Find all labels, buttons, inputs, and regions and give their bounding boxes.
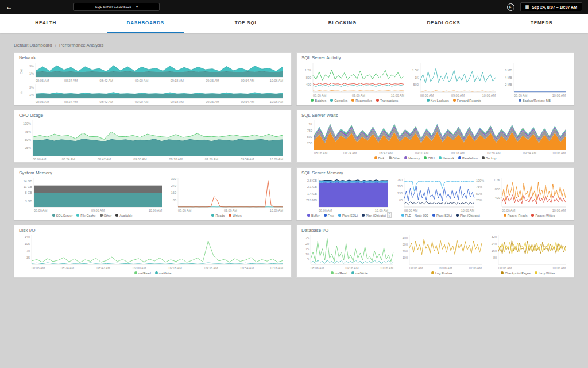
legend-item[interactable]: ms/Write [155, 271, 172, 275]
legend-dot-icon [324, 214, 327, 217]
legend-item[interactable]: ms/Read [331, 271, 347, 275]
chart-system-memory-bands[interactable]: 14 GB11 GB8 GB3 GB08:06 AM09:06 AM10:06 … [19, 176, 165, 212]
svg-text:08:24 AM: 08:24 AM [343, 151, 357, 155]
legend-item[interactable]: Writes [229, 214, 241, 217]
legend-item[interactable]: Pages: Writes [531, 214, 555, 217]
legend-item[interactable]: Plan (SQL) [432, 214, 452, 217]
legend-dot-icon [307, 214, 310, 217]
tab-tempdb[interactable]: TEMPDB [511, 14, 572, 33]
legend-item[interactable]: Transactions [376, 99, 398, 102]
chart-log-flushes[interactable]: 40030020010008:06 AM09:06 AM10:06 AM [398, 233, 485, 270]
svg-text:09:36 AM: 09:36 AM [206, 100, 219, 103]
server-selector-dropdown[interactable]: SQL Server 12.00.5223 ▾ [74, 3, 160, 11]
svg-text:100%: 100% [476, 179, 484, 182]
chart-canvas: 100%75%50%25%08:06 AM08:24 AM08:42 AM09:… [19, 118, 287, 161]
chart-network-out[interactable]: 3%1%08:06 AM08:24 AM08:42 AM09:00 AM09:1… [23, 61, 287, 82]
legend-item[interactable]: Plan (SQL) [338, 214, 358, 217]
legend-dot-icon [115, 214, 118, 217]
date-range-button[interactable]: ▦ Sep 24, 8:07 – 10:07 AM [520, 2, 582, 12]
svg-text:10:06 AM: 10:06 AM [270, 209, 284, 212]
legend-dot-icon [389, 156, 392, 159]
legend-item[interactable]: Memory [404, 156, 420, 160]
legend-item[interactable]: Plan (Objects) [456, 214, 480, 217]
tab-blocking[interactable]: BLOCKING [309, 14, 376, 33]
legend-item[interactable]: Other [389, 156, 401, 160]
legend-item[interactable]: CPU [424, 156, 435, 160]
svg-text:400: 400 [495, 196, 500, 200]
legend-item[interactable]: File Cache [76, 214, 95, 217]
svg-text:400: 400 [403, 236, 408, 240]
tab-dashboards[interactable]: DASHBOARDS [107, 14, 184, 33]
chart-canvas: 3%1%08:06 AM08:24 AM08:42 AM09:00 AM09:1… [23, 61, 287, 82]
legend-item[interactable]: Checkpoint Pages [501, 271, 531, 275]
legend-item[interactable]: ms/Read [134, 271, 151, 275]
svg-text:1%: 1% [29, 93, 34, 97]
svg-text:195: 195 [397, 185, 403, 188]
legend-item[interactable]: Key Lookups [427, 99, 449, 102]
legend-pager-stepper[interactable]: ▲ ▼ [387, 212, 392, 218]
svg-text:4 MB: 4 MB [505, 76, 512, 79]
breadcrumb-dashboard-link[interactable]: Default Dashboard [14, 43, 52, 48]
chart-canvas: 1.5K1K50008:06 AM09:06 AM10:06 AM [409, 61, 499, 97]
chart-database-io-latency[interactable]: 25201510508:06 AM09:06 AM10:06 AM [301, 233, 397, 270]
chart-disk-io[interactable]: 140105703508:06 AM08:24 AM08:42 AM09:00 … [19, 233, 287, 270]
svg-text:10:06 AM: 10:06 AM [552, 266, 566, 270]
chart-network-in[interactable]: 3%1%08:06 AM08:24 AM08:42 AM09:00 AM09:1… [23, 82, 287, 103]
svg-text:800: 800 [495, 187, 500, 191]
chart-checkpoint-lazy[interactable]: 3202401608008:06 AM10:06 AM [487, 233, 569, 270]
legend-dot-icon [229, 214, 231, 217]
play-button[interactable]: ▶ [507, 3, 514, 11]
svg-text:35: 35 [26, 256, 30, 259]
chart-sql-memory-ple[interactable]: 26019513065100%75%50%25%08:06 AM10:06 AM [393, 176, 488, 212]
svg-text:750: 750 [307, 129, 312, 132]
legend-item[interactable]: Other [100, 214, 112, 217]
chart-activity-backup[interactable]: 6 MB4 MB2 MB08:06 AM10:06 AM [500, 61, 569, 97]
legend-item[interactable]: Plan (Objects) [362, 214, 386, 217]
svg-text:09:54 AM: 09:54 AM [241, 79, 255, 82]
chart-cpu-usage[interactable]: 100%75%50%25%08:06 AM08:24 AM08:42 AM09:… [19, 118, 287, 161]
legend-item[interactable]: Available [115, 214, 132, 217]
legend-item[interactable]: Free [324, 214, 334, 217]
svg-text:500: 500 [413, 83, 419, 86]
chart-sql-memory-pages[interactable]: 1.2K80040008:06 AM10:06 AM [489, 176, 569, 212]
chart-canvas: 3202401608008:06 AM10:06 AM [487, 233, 569, 270]
svg-text:09:06 AM: 09:06 AM [345, 266, 359, 270]
panel-title: SQL Server Waits [301, 113, 569, 118]
legend-item[interactable]: Disk [374, 156, 385, 160]
legend-item[interactable]: PLE – Node 000 [401, 214, 428, 217]
tab-deadlocks[interactable]: DEADLOCKS [408, 14, 480, 33]
legend-item[interactable]: Network [439, 156, 454, 160]
legend-item[interactable]: Parallelism [458, 156, 478, 160]
svg-text:08:06 AM: 08:06 AM [33, 158, 47, 161]
svg-text:08:24 AM: 08:24 AM [64, 100, 78, 103]
legend-item[interactable]: Log Flushes [431, 271, 452, 275]
date-range-label: Sep 24, 8:07 – 10:07 AM [532, 5, 577, 9]
svg-text:09:54 AM: 09:54 AM [241, 158, 254, 161]
legend-item[interactable]: Buffer [307, 214, 320, 217]
tab-top-sql[interactable]: TOP SQL [215, 14, 277, 33]
svg-text:160: 160 [171, 191, 176, 194]
legend-item[interactable]: Compiles [330, 99, 347, 102]
chart-sql-server-waits[interactable]: 1K75050025008:06 AM08:24 AM08:42 AM09:00… [301, 118, 569, 155]
chart-activity-lookups[interactable]: 1.5K1K50008:06 AM09:06 AM10:06 AM [409, 61, 499, 97]
legend-item[interactable]: Reads [211, 214, 225, 217]
chart-memory-reads-writes[interactable]: 3202401608008:06 AM09:06 AM10:06 AM [167, 176, 287, 212]
chart-activity-batches[interactable]: 1.2K80040008:06 AM09:06 AM10:06 AM [301, 61, 408, 97]
back-button[interactable]: ← [6, 3, 18, 11]
legend-item[interactable]: Batches [311, 99, 326, 102]
legend-item[interactable]: Backup/Restore MB [519, 99, 551, 102]
svg-text:250: 250 [307, 141, 312, 145]
legend-item[interactable]: ms/Write [351, 271, 368, 275]
legend-dot-icon [52, 214, 55, 217]
legend-item[interactable]: Recompiles [351, 99, 372, 102]
svg-text:09:54 AM: 09:54 AM [241, 100, 255, 103]
calendar-icon: ▦ [525, 5, 529, 9]
legend-item[interactable]: Forward Records [453, 99, 481, 102]
svg-text:08:06 AM: 08:06 AM [178, 209, 192, 212]
legend-item[interactable]: Pages: Reads [504, 214, 528, 217]
chart-sql-memory-buffer[interactable]: 2.8 GB2.1 GB1.4 GB716 MB08:06 AM10:06 AM [301, 176, 392, 212]
legend-item[interactable]: Lazy Writes [535, 271, 555, 275]
tab-health[interactable]: HEALTH [16, 14, 76, 33]
legend-item[interactable]: Backup [482, 156, 496, 160]
legend-item[interactable]: SQL Server [52, 214, 73, 217]
